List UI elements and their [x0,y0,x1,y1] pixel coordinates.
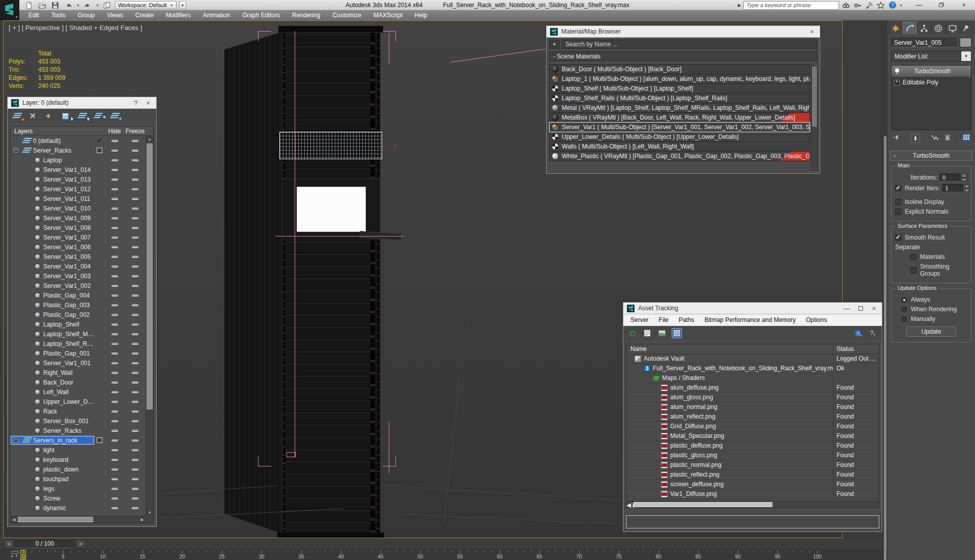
modifier-icon[interactable] [894,68,900,75]
render-iters-spinner[interactable]: ▲▼ [963,184,970,192]
freeze-toggle[interactable] [125,227,146,229]
asset-row[interactable]: plastic_normal.png Found [626,460,879,470]
trackbar-ruler[interactable]: 0510152025303540455055606570758085909510… [19,550,822,560]
asset-row[interactable]: Autodesk Vault Logged Out ... [626,354,879,364]
browser-options-icon[interactable]: ▼ [549,40,560,49]
column-hide[interactable]: Hide [104,128,125,135]
hide-toggle[interactable] [104,208,125,210]
layer-row[interactable]: plastic_down [11,464,146,474]
hide-toggle[interactable] [104,343,125,345]
freeze-toggle[interactable] [125,140,146,142]
hide-toggle[interactable] [104,150,125,152]
current-layer-mark[interactable] [94,148,104,153]
freeze-toggle[interactable] [125,507,146,509]
freeze-toggle[interactable] [125,449,146,451]
hide-toggle[interactable] [104,237,125,239]
hide-toggle[interactable] [104,256,125,258]
material-search-input[interactable] [562,40,817,49]
select-layer-objects-button[interactable] [78,112,88,120]
layer-row[interactable]: Back_Door [11,377,146,387]
freeze-toggle[interactable] [125,488,146,490]
help-button[interactable]: ? [131,99,140,107]
new-scene-button[interactable] [23,1,34,10]
menu-item[interactable]: Rendering [286,10,326,20]
material-row[interactable]: Metal ( VRayMtl ) [Laptop_Shelf, Laptop_… [549,103,810,113]
app-menu-button[interactable]: ▼ [0,0,19,20]
hide-toggle[interactable] [104,227,125,229]
layer-row[interactable]: Server_Var1_011 [11,194,146,203]
thumbnail-view-icon[interactable] [657,328,667,338]
turbosmooth-rollout-header[interactable]: - TurboSmooth [890,151,972,161]
material-row[interactable]: Server_Var1 ( Multi/Sub-Object ) [Server… [549,122,810,132]
hide-toggle[interactable] [104,497,125,499]
material-row[interactable]: Laptop_1 ( Multi/Sub-Object ) [alum_down… [549,74,810,84]
layer-row[interactable]: Server_Var1_014 [11,165,146,174]
scroll-left-icon[interactable]: ◀ [626,502,631,509]
favorites-star-icon[interactable] [876,1,886,10]
layer-row[interactable]: Server_Var1_013 [11,174,146,184]
redo-button[interactable] [82,1,93,10]
redo-history-arrow[interactable]: ▼ [96,4,99,7]
hide-toggle[interactable] [104,420,125,422]
object-color-swatch[interactable] [960,38,971,47]
freeze-toggle[interactable] [125,343,146,345]
menu-item[interactable]: Help [409,10,434,20]
undo-button[interactable] [63,1,74,10]
asset-row[interactable]: screen_deffuse.png Found [626,480,879,489]
material-row[interactable]: Back_Door ( Multi/Sub-Object ) [Back_Doo… [549,64,810,74]
freeze-toggle[interactable] [125,217,146,219]
pin-stack-icon[interactable] [892,133,900,143]
smooth-result-checkbox[interactable] [895,234,901,241]
menu-item[interactable]: MAXScript [367,10,409,20]
context-help-icon[interactable]: ? [868,328,878,338]
hide-toggle[interactable] [104,372,125,374]
freeze-toggle[interactable] [125,150,146,152]
undo-history-arrow[interactable]: ▼ [76,4,80,7]
materials-checkbox[interactable] [910,254,916,260]
hide-toggle[interactable] [104,159,125,161]
scroll-up-icon[interactable]: ▲ [146,136,153,142]
menu-item[interactable]: Create [129,10,160,20]
hide-toggle[interactable] [104,352,125,355]
freeze-toggle[interactable] [125,159,146,161]
material-row[interactable]: Laptop_Shelf_Rails ( Multi/Sub-Object ) … [549,93,810,103]
material-browser-titlebar[interactable]: Material/Map Browser × [547,26,820,38]
hide-toggle[interactable] [104,217,125,219]
restore-button[interactable] [930,0,953,10]
layer-row[interactable]: Left_Wall [11,387,146,397]
layer-row[interactable]: Server_Var1_003 [11,271,146,281]
minimize-icon[interactable]: — [841,305,852,312]
menu-item[interactable]: Views [101,10,129,20]
freeze-toggle[interactable] [125,497,146,499]
web-help-icon[interactable]: ? [853,328,864,338]
material-row[interactable]: White_Plastic ( VRayMtl ) [Plastic_Gap_0… [549,151,810,161]
expand-toggle[interactable] [14,148,18,153]
hide-toggle[interactable] [104,304,125,306]
freeze-toggle[interactable] [125,430,146,432]
current-layer-mark[interactable] [94,437,104,443]
update-option[interactable]: When Rendering [901,306,967,313]
layer-row[interactable]: Server_Var1_002 [11,281,146,290]
layer-window-titlebar[interactable]: Layer: 0 (default) ? × [8,97,156,109]
layer-row[interactable]: Plastic_Gap_003 [11,300,146,310]
layer-row[interactable]: legs [11,484,146,493]
menu-item[interactable]: Bitmap Performance and Memory [699,316,800,323]
layer-row[interactable]: Laptop [11,155,146,165]
hide-toggle[interactable] [104,188,125,190]
radio-button[interactable] [901,316,907,322]
freeze-toggle[interactable] [125,333,146,335]
menu-item[interactable]: Customize [326,10,367,20]
column-name[interactable]: Name [626,345,833,352]
menu-item[interactable]: Animation [197,10,236,20]
workspace-menu-button[interactable]: ▼ [179,1,186,9]
freeze-toggle[interactable] [125,208,146,210]
freeze-toggle[interactable] [125,372,146,374]
layer-row[interactable]: Plastic_Gap_001 [11,348,146,358]
layer-row[interactable]: Screw [11,493,146,503]
asset-row[interactable]: Full_Server_Rack_with_Notebook_on_Slidin… [626,364,879,373]
layer-row[interactable]: Laptop_Shelf_MRails [11,329,146,339]
freeze-toggle[interactable] [125,352,146,355]
freeze-toggle[interactable] [125,381,146,384]
tab-motion[interactable] [932,22,945,34]
freeze-toggle[interactable] [125,314,146,316]
